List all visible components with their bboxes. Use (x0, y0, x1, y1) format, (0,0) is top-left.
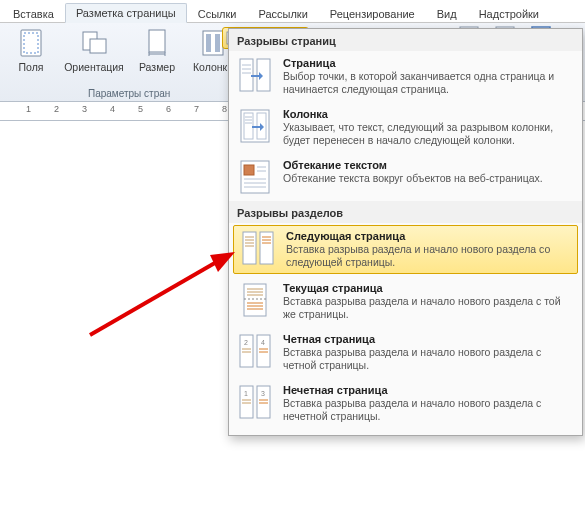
gallery-item-title: Нечетная страница (283, 384, 574, 396)
svg-rect-9 (206, 34, 211, 52)
tab-insert[interactable]: Вставка (2, 4, 65, 23)
gallery-item-desc: Вставка разрыва раздела и начало нового … (286, 243, 571, 269)
tab-addins[interactable]: Надстройки (468, 4, 550, 23)
ribbon-size-label: Размер (139, 61, 175, 73)
ribbon-size-button[interactable]: Размер (132, 27, 182, 73)
ribbon-margins-button[interactable]: Поля (6, 27, 56, 73)
svg-rect-10 (215, 34, 220, 52)
ribbon-tabs: Вставка Разметка страницы Ссылки Рассылк… (0, 0, 585, 23)
gallery-header-section-breaks: Разрывы разделов (229, 201, 582, 223)
svg-text:2: 2 (244, 339, 248, 346)
gallery-item-desc: Выбор точки, в которой заканчивается одн… (283, 70, 574, 96)
gallery-item-column[interactable]: Колонка Указывает, что текст, следующий … (229, 102, 582, 153)
text-wrap-break-icon (237, 159, 273, 195)
even-page-section-icon: 2 4 (237, 333, 273, 369)
tab-references[interactable]: Ссылки (187, 4, 248, 23)
svg-rect-3 (90, 39, 106, 53)
size-icon (141, 27, 173, 59)
ruler-mark: 1 (26, 104, 31, 114)
ribbon-margins-label: Поля (19, 61, 44, 73)
annotation-arrow (85, 240, 245, 340)
gallery-item-next-page[interactable]: Следующая страница Вставка разрыва разде… (233, 225, 578, 274)
gallery-item-title: Страница (283, 57, 574, 69)
margins-icon (15, 27, 47, 59)
ruler-mark: 7 (194, 104, 199, 114)
gallery-item-even-page[interactable]: 2 4 Четная страница Вставка разрыва разд… (229, 327, 582, 378)
next-page-section-icon (240, 230, 276, 266)
ribbon-orientation-button[interactable]: Ориентация (62, 27, 126, 73)
ribbon-orientation-label: Ориентация (64, 61, 124, 73)
gallery-item-continuous[interactable]: Текущая страница Вставка разрыва раздела… (229, 276, 582, 327)
gallery-item-desc: Обтекание текста вокруг объектов на веб-… (283, 172, 543, 185)
gallery-item-title: Колонка (283, 108, 574, 120)
svg-text:4: 4 (261, 339, 265, 346)
gallery-item-desc: Вставка разрыва раздела и начало нового … (283, 295, 574, 321)
page-break-icon (237, 57, 273, 93)
gallery-item-desc: Вставка разрыва раздела и начало нового … (283, 346, 574, 372)
odd-page-section-icon: 1 3 (237, 384, 273, 420)
tab-page-layout[interactable]: Разметка страницы (65, 3, 187, 23)
column-break-icon (237, 108, 273, 144)
tab-review[interactable]: Рецензирование (319, 4, 426, 23)
tab-mailings[interactable]: Рассылки (247, 4, 318, 23)
gallery-item-title: Следующая страница (286, 230, 571, 242)
svg-text:3: 3 (261, 390, 265, 397)
gallery-header-page-breaks: Разрывы страниц (229, 29, 582, 51)
orientation-icon (78, 27, 110, 59)
svg-rect-4 (149, 30, 165, 52)
ruler-mark: 5 (138, 104, 143, 114)
gallery-item-odd-page[interactable]: 1 3 Нечетная страница Вставка разрыва ра… (229, 378, 582, 429)
ribbon-group-label: Параметры стран (88, 88, 170, 99)
svg-text:1: 1 (244, 390, 248, 397)
gallery-item-title: Текущая страница (283, 282, 574, 294)
svg-line-72 (90, 260, 220, 335)
gallery-item-page[interactable]: Страница Выбор точки, в которой заканчив… (229, 51, 582, 102)
gallery-item-desc: Указывает, что текст, следующий за разры… (283, 121, 574, 147)
ruler-mark: 8 (222, 104, 227, 114)
gallery-item-title: Четная страница (283, 333, 574, 345)
ruler-mark: 3 (82, 104, 87, 114)
ruler-mark: 6 (166, 104, 171, 114)
continuous-section-icon (237, 282, 273, 318)
ruler-mark: 2 (54, 104, 59, 114)
breaks-gallery: Разрывы страниц Страница Выбор точки, в … (228, 28, 583, 436)
tab-view[interactable]: Вид (426, 4, 468, 23)
svg-rect-33 (244, 165, 254, 175)
gallery-item-desc: Вставка разрыва раздела и начало нового … (283, 397, 574, 423)
gallery-item-text-wrapping[interactable]: Обтекание текстом Обтекание текста вокру… (229, 153, 582, 201)
gallery-item-title: Обтекание текстом (283, 159, 543, 171)
ruler-mark: 4 (110, 104, 115, 114)
